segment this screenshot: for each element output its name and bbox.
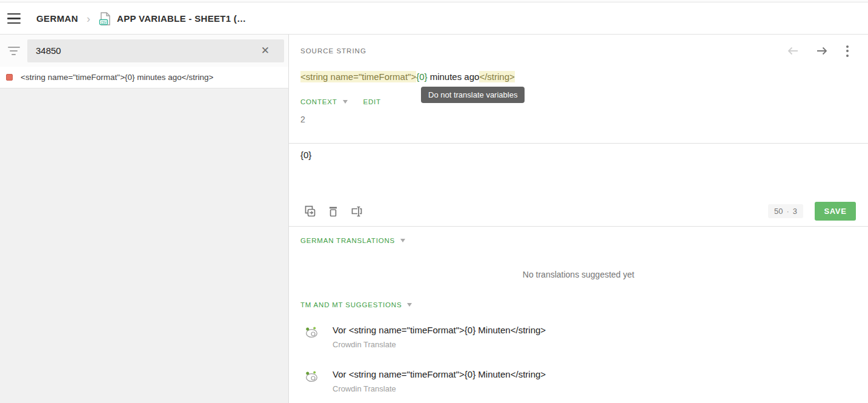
next-string-icon[interactable] <box>814 45 829 57</box>
crowdin-translate-icon <box>305 370 319 393</box>
copy-source-icon[interactable] <box>303 205 317 218</box>
suggestions-section-label[interactable]: TM AND MT SUGGESTIONS <box>300 301 402 308</box>
more-options-icon[interactable] <box>843 44 852 58</box>
translation-actions-row: 50 · 3 SAVE <box>303 202 856 221</box>
strings-sidebar: ✕ <string name="timeFormat">{0} minutes … <box>0 35 289 403</box>
no-translations-message: No translations suggested yet <box>289 270 868 279</box>
search-box[interactable]: ✕ <box>27 39 284 62</box>
divider <box>289 143 868 144</box>
string-list-item[interactable]: <string name="timeFormat">{0} minutes ag… <box>0 67 288 88</box>
length-counter: 50 · 3 <box>768 204 803 218</box>
suggestions-section-header: TM AND MT SUGGESTIONS <box>300 301 412 308</box>
untranslated-status-icon <box>6 74 13 81</box>
string-nav <box>786 44 852 58</box>
chevron-down-icon <box>407 303 412 307</box>
translations-section-header: GERMAN TRANSLATIONS <box>300 237 405 244</box>
variable-tooltip: Do not translate variables <box>421 87 525 103</box>
delete-translation-icon[interactable] <box>327 205 339 218</box>
breadcrumb-file-title[interactable]: APP VARIABLE - SHEET1 (… <box>117 13 246 24</box>
save-button[interactable]: SAVE <box>815 202 856 221</box>
source-plain-text: minutes ago <box>428 72 480 82</box>
source-variable[interactable]: {0} <box>416 72 427 82</box>
context-edit-button[interactable]: EDIT <box>363 98 381 105</box>
previous-string-icon[interactable] <box>786 45 801 57</box>
sidebar-search-bar: ✕ <box>0 35 288 67</box>
search-input[interactable] <box>36 45 256 56</box>
editor-main-panel: SOURCE STRING <string name="timeFormat">… <box>289 35 868 403</box>
translations-section-label[interactable]: GERMAN TRANSLATIONS <box>300 237 395 244</box>
counter-separator: · <box>786 207 789 216</box>
window-top-strip <box>0 0 868 2</box>
chevron-down-icon <box>400 239 405 242</box>
counter-max: 50 <box>774 207 783 216</box>
top-toolbar: GERMAN › csv APP VARIABLE - SHEET1 (… <box>0 3 868 35</box>
chevron-down-icon <box>343 100 348 104</box>
suggestion-source: Crowdin Translate <box>333 384 546 393</box>
breadcrumb-project[interactable]: GERMAN <box>36 13 78 24</box>
suggestion-text[interactable]: Vor <string name="timeFormat">{0} Minute… <box>333 369 546 379</box>
divider <box>289 226 868 227</box>
counter-current: 3 <box>793 207 797 216</box>
mt-suggestion[interactable]: Vor <string name="timeFormat">{0} Minute… <box>305 324 856 349</box>
source-string-text: <string name="timeFormat">{0} minutes ag… <box>300 72 515 82</box>
mt-suggestion[interactable]: Vor <string name="timeFormat">{0} Minute… <box>305 368 856 393</box>
crowdin-editor-window: GERMAN › csv APP VARIABLE - SHEET1 (… ✕ … <box>0 0 868 403</box>
clear-search-icon[interactable]: ✕ <box>256 44 274 57</box>
crowdin-translate-icon <box>305 325 319 349</box>
source-tag-open: <string name="timeFormat"> <box>300 71 416 82</box>
csv-file-icon: csv <box>99 12 112 26</box>
chevron-right-icon: › <box>87 13 90 24</box>
suggestion-source: Crowdin Translate <box>333 340 546 349</box>
source-tag-close: </string> <box>479 71 514 82</box>
context-value: 2 <box>300 115 305 124</box>
string-item-text: <string name="timeFormat">{0} minutes ag… <box>21 73 213 82</box>
translation-input[interactable]: {0} <box>300 150 856 186</box>
source-string-label: SOURCE STRING <box>300 47 366 55</box>
select-text-icon[interactable] <box>350 205 364 218</box>
context-toggle[interactable]: CONTEXT <box>300 98 337 105</box>
filter-icon[interactable] <box>0 47 27 55</box>
svg-text:csv: csv <box>101 19 107 24</box>
source-string-header: SOURCE STRING <box>289 35 868 67</box>
menu-icon[interactable] <box>7 13 21 24</box>
context-row: CONTEXT EDIT <box>300 98 381 105</box>
suggestion-text[interactable]: Vor <string name="timeFormat">{0} Minute… <box>333 325 546 335</box>
